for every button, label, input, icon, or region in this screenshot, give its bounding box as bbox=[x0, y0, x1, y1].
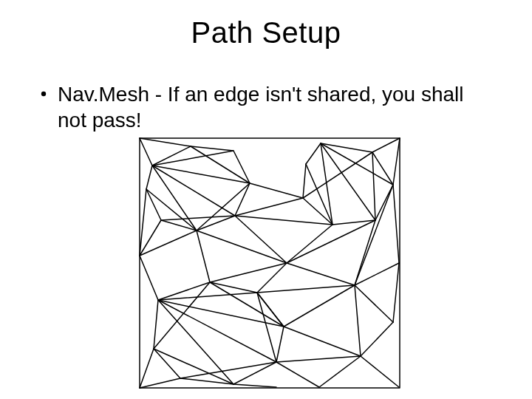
svg-line-62 bbox=[140, 256, 158, 300]
svg-marker-11 bbox=[154, 282, 284, 384]
bullets-list: Nav.Mesh - If an edge isn't shared, you … bbox=[40, 81, 498, 133]
svg-line-31 bbox=[235, 216, 287, 263]
svg-line-41 bbox=[355, 285, 393, 322]
svg-line-28 bbox=[250, 183, 303, 198]
svg-line-53 bbox=[140, 138, 152, 166]
slide: Path Setup Nav.Mesh - If an edge isn't s… bbox=[0, 0, 532, 399]
svg-line-6 bbox=[152, 166, 197, 231]
svg-line-56 bbox=[393, 138, 400, 185]
svg-line-19 bbox=[257, 293, 276, 362]
svg-line-9 bbox=[146, 189, 197, 231]
bullet-text: Nav.Mesh - If an edge isn't shared, you … bbox=[58, 81, 498, 133]
svg-line-38 bbox=[287, 263, 355, 285]
svg-line-46 bbox=[361, 322, 393, 356]
svg-line-59 bbox=[233, 384, 276, 387]
svg-line-35 bbox=[257, 263, 287, 293]
svg-line-18 bbox=[210, 282, 284, 327]
svg-line-54 bbox=[140, 138, 191, 146]
svg-line-34 bbox=[210, 263, 287, 282]
svg-line-29 bbox=[235, 198, 303, 216]
navmesh-diagram bbox=[139, 137, 400, 389]
svg-line-27 bbox=[372, 152, 375, 220]
svg-line-45 bbox=[276, 356, 361, 362]
svg-line-47 bbox=[361, 356, 399, 387]
svg-line-43 bbox=[284, 285, 355, 327]
svg-line-65 bbox=[257, 285, 355, 293]
svg-line-23 bbox=[321, 143, 375, 220]
svg-line-3 bbox=[152, 151, 233, 166]
svg-line-58 bbox=[140, 349, 154, 388]
svg-line-55 bbox=[372, 138, 400, 152]
svg-marker-21 bbox=[303, 143, 393, 225]
svg-line-42 bbox=[355, 285, 361, 356]
svg-line-33 bbox=[197, 231, 210, 282]
svg-line-26 bbox=[303, 152, 372, 198]
svg-point-0 bbox=[41, 92, 46, 96]
svg-line-10 bbox=[197, 183, 250, 231]
svg-line-14 bbox=[158, 300, 276, 362]
svg-line-57 bbox=[140, 378, 180, 388]
svg-line-48 bbox=[276, 362, 319, 387]
svg-line-32 bbox=[197, 231, 287, 263]
svg-line-49 bbox=[319, 356, 361, 387]
slide-title: Path Setup bbox=[0, 16, 532, 50]
svg-line-37 bbox=[287, 220, 375, 263]
svg-line-30 bbox=[235, 216, 332, 225]
bullet-item: Nav.Mesh - If an edge isn't shared, you … bbox=[40, 81, 498, 133]
bullet-dot-icon bbox=[40, 81, 58, 98]
svg-line-17 bbox=[180, 362, 276, 378]
svg-line-16 bbox=[154, 349, 233, 384]
svg-line-50 bbox=[393, 263, 399, 322]
svg-line-39 bbox=[355, 220, 375, 285]
svg-line-44 bbox=[284, 327, 361, 356]
svg-line-63 bbox=[140, 231, 197, 256]
svg-rect-1 bbox=[140, 138, 400, 388]
svg-line-12 bbox=[158, 293, 257, 300]
svg-line-52 bbox=[393, 185, 399, 263]
